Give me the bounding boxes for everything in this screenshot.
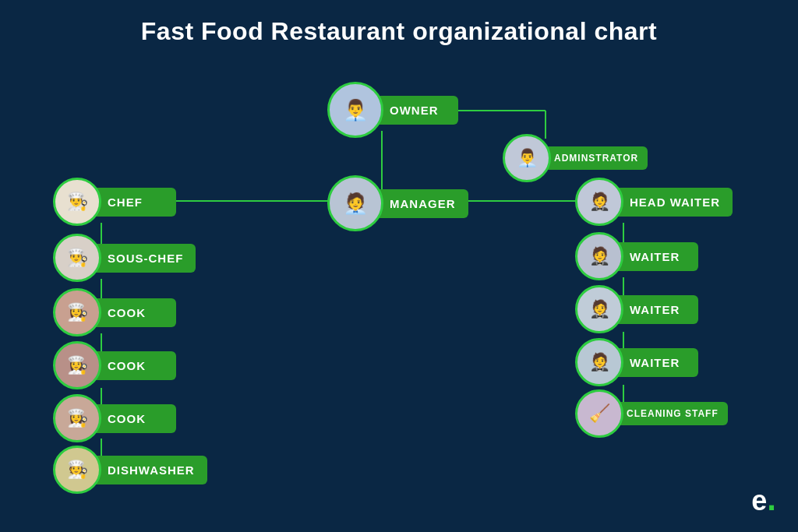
avatar-souschef: 👨‍🍳 (53, 234, 101, 282)
avatar-waiter3: 🤵 (575, 338, 623, 386)
label-waiter3: WAITER (613, 348, 698, 377)
avatar-cook1: 👩‍🍳 (53, 288, 101, 336)
node-cleaning: 🧹 CLEANING STAFF (575, 389, 728, 438)
node-waiter1: 🤵 WAITER (575, 232, 698, 280)
label-cook3: COOK (90, 404, 176, 433)
label-owner: OWNER (373, 96, 458, 125)
node-admin: 👨‍💼 ADMINSTRATOR (503, 134, 648, 182)
avatar-chef: 👨‍🍳 (53, 178, 101, 226)
label-cleaning: CLEANING STAFF (613, 402, 728, 425)
node-cook3: 👩‍🍳 COOK (53, 394, 176, 442)
node-chef: 👨‍🍳 CHEF (53, 178, 176, 226)
node-cook1: 👩‍🍳 COOK (53, 288, 176, 336)
label-admin: ADMINSTRATOR (540, 146, 648, 170)
logo-letter: e (751, 484, 767, 516)
node-souschef: 👨‍🍳 SOUS-CHEF (53, 234, 196, 282)
avatar-cook2: 👩‍🍳 (53, 341, 101, 389)
label-cook1: COOK (90, 298, 176, 327)
avatar-manager: 🧑‍💼 (327, 175, 383, 231)
label-souschef: SOUS-CHEF (90, 244, 196, 273)
avatar-cleaning: 🧹 (575, 389, 623, 438)
avatar-cook3: 👩‍🍳 (53, 394, 101, 442)
avatar-dishwasher: 🧑‍🍳 (53, 446, 101, 494)
page: Fast Food Restaurant organizational char… (0, 0, 798, 532)
label-chef: CHEF (90, 188, 176, 217)
label-waiter1: WAITER (613, 242, 698, 271)
node-dishwasher: 🧑‍🍳 DISHWASHER (53, 446, 207, 494)
node-cook2: 👩‍🍳 COOK (53, 341, 176, 389)
node-owner: 👨‍💼 OWNER (327, 82, 458, 138)
node-waiter2: 🤵 WAITER (575, 285, 698, 333)
logo-dot: . (767, 481, 776, 517)
label-headwaiter: HEAD WAITER (613, 188, 733, 217)
node-manager: 🧑‍💼 MANAGER (327, 175, 468, 231)
node-waiter3: 🤵 WAITER (575, 338, 698, 386)
label-cook2: COOK (90, 351, 176, 380)
label-waiter2: WAITER (613, 295, 698, 324)
logo: e. (751, 481, 776, 518)
page-title: Fast Food Restaurant organizational char… (0, 0, 798, 46)
avatar-waiter2: 🤵 (575, 285, 623, 333)
avatar-owner: 👨‍💼 (327, 82, 383, 138)
label-dishwasher: DISHWASHER (90, 456, 207, 484)
avatar-headwaiter: 🤵 (575, 178, 623, 226)
avatar-admin: 👨‍💼 (503, 134, 551, 182)
node-headwaiter: 🤵 HEAD WAITER (575, 178, 733, 226)
label-manager: MANAGER (373, 189, 468, 218)
avatar-waiter1: 🤵 (575, 232, 623, 280)
